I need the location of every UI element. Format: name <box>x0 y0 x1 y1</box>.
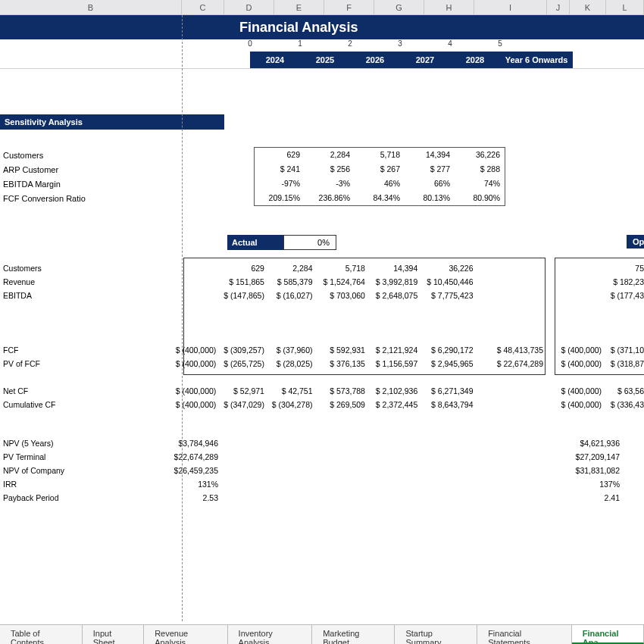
data-cell[interactable] <box>552 316 602 330</box>
data-cell[interactable]: $ 2,121,924 <box>365 343 417 357</box>
data-cell[interactable]: $ 573,788 <box>313 384 365 398</box>
data-cell[interactable]: $ 2,102,936 <box>365 384 417 398</box>
summary-value-opt[interactable]: 2.41 <box>567 491 620 505</box>
data-cell[interactable]: $ 2,372,445 <box>365 398 417 411</box>
summary-value[interactable]: 131% <box>147 477 223 491</box>
data-cell[interactable] <box>365 316 417 330</box>
data-cell[interactable]: $ 42,751 <box>264 384 313 398</box>
data-cell[interactable]: 14,394 <box>365 261 417 275</box>
data-cell[interactable] <box>602 330 644 343</box>
data-cell[interactable]: 5,718 <box>313 261 365 275</box>
data-cell[interactable] <box>417 330 473 343</box>
col-header-D[interactable]: D <box>224 0 274 14</box>
sens-cell[interactable]: $ 256 <box>305 162 355 177</box>
data-cell[interactable] <box>474 398 544 411</box>
data-cell[interactable] <box>602 370 644 384</box>
data-cell[interactable]: $ (318,87 <box>602 357 644 370</box>
sens-cell[interactable]: 84.34% <box>355 191 405 205</box>
sens-cell[interactable]: 209.15% <box>255 191 305 205</box>
col-header-C[interactable]: C <box>182 0 224 14</box>
data-cell[interactable] <box>365 302 417 316</box>
sheet-tab[interactable]: Financial Statements <box>477 625 572 644</box>
data-cell[interactable] <box>365 330 417 343</box>
data-cell[interactable]: $ 269,509 <box>313 398 365 411</box>
summary-value-opt[interactable]: $27,209,147 <box>567 450 620 464</box>
data-cell[interactable] <box>474 275 544 289</box>
data-cell[interactable] <box>417 302 473 316</box>
col-header-J[interactable]: J <box>547 0 570 14</box>
data-cell[interactable]: $ (265,725) <box>216 357 264 370</box>
data-cell[interactable]: $ 6,271,349 <box>417 384 473 398</box>
data-cell[interactable]: $ 1,156,597 <box>365 357 417 370</box>
data-cell[interactable]: $ 3,992,819 <box>365 275 417 289</box>
data-cell[interactable]: $ (371,10 <box>602 343 644 357</box>
data-cell[interactable]: $ 63,56 <box>602 384 644 398</box>
data-cell[interactable]: $ 2,945,965 <box>417 357 473 370</box>
data-cell[interactable] <box>602 302 644 316</box>
sens-cell[interactable]: 66% <box>405 177 455 191</box>
sens-cell[interactable]: 80.13% <box>405 191 455 205</box>
data-cell[interactable]: $ 151,865 <box>216 275 264 289</box>
summary-value[interactable]: $26,459,235 <box>147 464 223 477</box>
data-cell[interactable]: $ (16,027) <box>264 289 313 302</box>
sheet-tab[interactable]: Inventory Analysis <box>228 625 313 644</box>
data-cell[interactable] <box>552 302 602 316</box>
sens-cell[interactable]: 629 <box>255 148 305 162</box>
summary-value-opt[interactable]: $31,831,082 <box>567 464 620 477</box>
data-cell[interactable] <box>216 316 264 330</box>
data-cell[interactable] <box>313 302 365 316</box>
data-cell[interactable] <box>264 316 313 330</box>
data-cell[interactable]: $ 6,290,172 <box>417 343 473 357</box>
sens-cell[interactable]: 74% <box>455 177 505 191</box>
sheet-tab[interactable]: Financial Ana <box>572 625 644 644</box>
data-cell[interactable]: $ (400,000) <box>552 343 602 357</box>
data-cell[interactable]: $ (400,000) <box>552 384 602 398</box>
data-cell[interactable] <box>313 316 365 330</box>
data-cell[interactable]: $ 8,643,794 <box>417 398 473 411</box>
data-cell[interactable]: $ (37,960) <box>264 343 313 357</box>
sens-cell[interactable]: 5,718 <box>355 148 405 162</box>
sens-cell[interactable]: 236.86% <box>305 191 355 205</box>
data-cell[interactable] <box>552 275 602 289</box>
sens-cell[interactable]: -97% <box>255 177 305 191</box>
col-header-I[interactable]: I <box>474 0 547 14</box>
sheet-tab[interactable]: Input Sheet <box>83 625 144 644</box>
col-header-E[interactable]: E <box>274 0 324 14</box>
data-cell[interactable]: 629 <box>216 261 264 275</box>
data-cell[interactable]: $ (309,257) <box>216 343 264 357</box>
data-cell[interactable]: $ (336,43 <box>602 398 644 411</box>
data-cell[interactable]: $ (28,025) <box>264 357 313 370</box>
col-header-G[interactable]: G <box>374 0 424 14</box>
sens-cell[interactable]: -3% <box>305 177 355 191</box>
data-cell[interactable]: $ 52,971 <box>216 384 264 398</box>
data-cell[interactable]: 75 <box>602 261 644 275</box>
data-cell[interactable] <box>474 330 544 343</box>
data-cell[interactable]: $ 182,23 <box>602 275 644 289</box>
sheet-tab[interactable]: Table of Contents <box>0 625 83 644</box>
data-cell[interactable]: $ (400,000) <box>552 398 602 411</box>
sens-cell[interactable]: 2,284 <box>305 148 355 162</box>
data-cell[interactable]: $ 7,775,423 <box>417 289 473 302</box>
data-cell[interactable] <box>602 316 644 330</box>
col-header-L[interactable]: L <box>606 0 644 14</box>
data-cell[interactable] <box>552 330 602 343</box>
data-cell[interactable]: 36,226 <box>417 261 473 275</box>
sheet-tab[interactable]: Marketing Budget <box>312 625 395 644</box>
data-cell[interactable]: $ 376,135 <box>313 357 365 370</box>
sens-cell[interactable]: 46% <box>355 177 405 191</box>
col-header-F[interactable]: F <box>324 0 374 14</box>
sens-cell[interactable]: $ 267 <box>355 162 405 177</box>
data-cell[interactable] <box>417 370 473 384</box>
data-cell[interactable]: $ 703,060 <box>313 289 365 302</box>
summary-value[interactable]: 2.53 <box>147 491 223 505</box>
data-cell[interactable] <box>474 316 544 330</box>
data-cell[interactable] <box>474 370 544 384</box>
data-cell[interactable] <box>264 302 313 316</box>
data-cell[interactable]: $ (347,029) <box>216 398 264 411</box>
sens-cell[interactable]: $ 288 <box>455 162 505 177</box>
data-cell[interactable]: 2,284 <box>264 261 313 275</box>
data-cell[interactable]: $ 22,674,289 <box>474 357 544 370</box>
data-cell[interactable] <box>216 370 264 384</box>
data-cell[interactable]: $ (304,278) <box>264 398 313 411</box>
data-cell[interactable] <box>216 302 264 316</box>
